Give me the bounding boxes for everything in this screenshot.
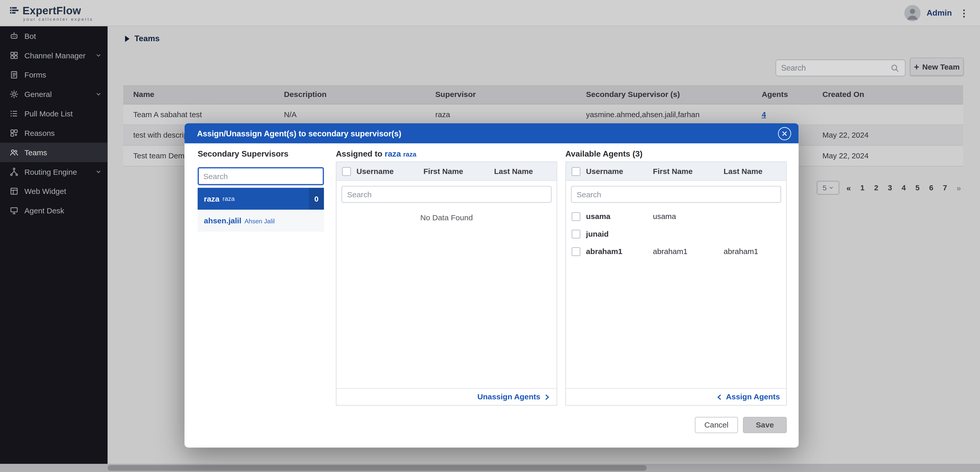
dialog-title: Assign/Unassign Agent(s) to secondary su…: [197, 129, 401, 138]
assigned-panel-body: No Data Found: [336, 208, 557, 388]
no-data-text: No Data Found: [336, 214, 557, 222]
app-root: ExpertFlow your callcenter experts Admin…: [0, 0, 980, 472]
assigned-select-all-checkbox[interactable]: [342, 167, 351, 175]
column-first-name: First Name: [653, 167, 723, 175]
chevron-left-icon: [716, 394, 723, 400]
assign-agents-dialog: Assign/Unassign Agent(s) to secondary su…: [185, 123, 799, 447]
agent-checkbox[interactable]: [571, 230, 580, 238]
agent-checkbox[interactable]: [571, 247, 580, 256]
column-username: Username: [586, 167, 653, 175]
available-agents-panel: Username First Name Last Name usama usam…: [565, 161, 787, 405]
supervisor-item-ahsen-jalil[interactable]: ahsen.jalil Ahsen Jalil: [197, 210, 324, 231]
assign-agents-button[interactable]: Assign Agents: [566, 388, 786, 405]
agent-row[interactable]: abraham1 abraham1 abraham1: [566, 243, 786, 260]
agent-checkbox[interactable]: [571, 212, 580, 221]
available-panel-header: Username First Name Last Name: [566, 162, 786, 181]
unassign-agents-button[interactable]: Unassign Agents: [336, 388, 557, 405]
assigned-count-badge: 0: [309, 188, 324, 210]
available-panel-body: usama usama junaid abraham1 abraham1 abr…: [566, 208, 786, 388]
save-button[interactable]: Save: [743, 417, 787, 434]
supervisor-item-raza[interactable]: raza raza 0: [197, 188, 324, 210]
assigned-panel-header: Username First Name Last Name: [336, 162, 557, 181]
chevron-right-icon: [543, 394, 550, 400]
supervisor-search-box: [197, 167, 324, 185]
assigned-heading: Assigned to raza raza: [336, 149, 416, 158]
assigned-search-input[interactable]: [347, 190, 546, 199]
assigned-supervisor-username: raza: [385, 149, 401, 158]
agent-row[interactable]: junaid: [566, 225, 786, 243]
cancel-button[interactable]: Cancel: [695, 417, 738, 434]
assigned-agents-panel: Username First Name Last Name No Data Fo…: [336, 161, 557, 405]
available-select-all-checkbox[interactable]: [571, 167, 580, 175]
column-first-name: First Name: [423, 167, 494, 175]
agent-row[interactable]: usama usama: [566, 208, 786, 225]
secondary-supervisors-heading: Secondary Supervisors: [197, 149, 288, 158]
dialog-header: Assign/Unassign Agent(s) to secondary su…: [185, 123, 799, 143]
assigned-search-box: [342, 186, 552, 203]
assigned-supervisor-fullname: raza: [403, 150, 416, 158]
column-username: Username: [356, 167, 423, 175]
column-last-name: Last Name: [724, 167, 786, 175]
close-icon[interactable]: [778, 127, 791, 140]
available-search-input[interactable]: [577, 190, 775, 199]
available-agents-heading: Available Agents (3): [565, 149, 643, 158]
column-last-name: Last Name: [494, 167, 557, 175]
available-search-box: [571, 186, 781, 203]
supervisor-search-input[interactable]: [203, 172, 318, 180]
